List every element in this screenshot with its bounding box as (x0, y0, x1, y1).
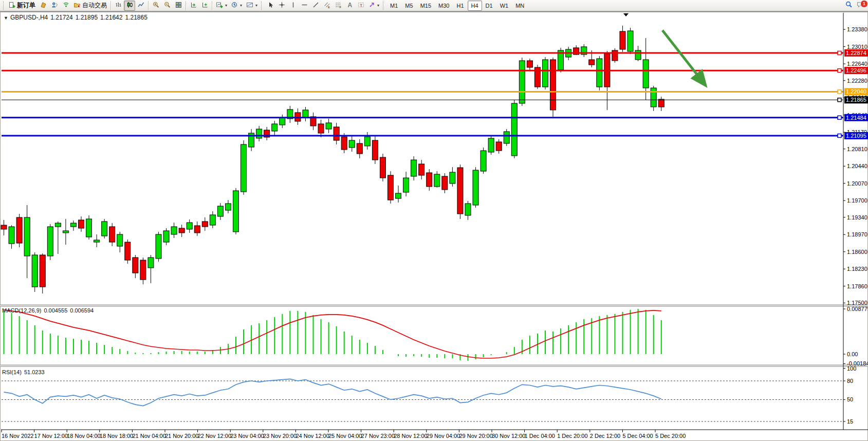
navigator-button[interactable] (49, 1, 60, 11)
candle-up (651, 88, 656, 107)
new-order-label: 新订单 (17, 1, 35, 10)
svg-text:E: E (328, 5, 330, 8)
timeframe-button-M1[interactable]: M1 (386, 1, 401, 11)
time-tick-label: 23 Nov 20:00 (263, 433, 297, 439)
search-icon (845, 1, 853, 10)
time-tick-label: 5 Dec 04:00 (622, 433, 653, 439)
new-chart-button[interactable]: ▾ (214, 1, 229, 11)
candle-down (194, 226, 200, 233)
timeframe-button-H1[interactable]: H1 (453, 1, 467, 11)
channel-tool-button[interactable]: E (321, 1, 333, 11)
candle-up (187, 223, 192, 229)
auto-scroll-button[interactable] (188, 1, 199, 11)
bar-chart-button[interactable] (113, 1, 124, 11)
candle-down (202, 222, 208, 227)
cursor-tool-button[interactable] (265, 1, 276, 11)
notifications-button[interactable]: 1 (855, 1, 866, 11)
new-order-button[interactable]: 新订单 (7, 1, 38, 11)
macd-tick-label: 0.00 (847, 351, 858, 357)
timeframe-button-M15[interactable]: M15 (417, 1, 435, 11)
zoom-out-button[interactable] (161, 1, 173, 11)
candlestick-chart-icon (126, 2, 133, 10)
candlestick-chart-button[interactable] (124, 1, 135, 11)
crosshair-tool-button[interactable] (276, 1, 287, 11)
chart-window-border (1, 12, 868, 441)
price-tick-label: 1.17500 (847, 300, 867, 306)
svg-text:A: A (347, 2, 352, 8)
rsi-line (4, 379, 661, 406)
candle-up (225, 204, 231, 210)
periods-button[interactable]: ▾ (229, 1, 244, 11)
candle-down (427, 173, 432, 187)
level-line-anchor[interactable] (838, 69, 841, 72)
time-tick-label: 21 Nov 20:00 (165, 433, 198, 439)
price-tick-label: 1.22640 (847, 61, 867, 67)
dropdown-caret: ▾ (377, 3, 379, 8)
market-watch-button[interactable] (38, 1, 49, 11)
time-tick-label: 1 Dec 20:00 (557, 433, 587, 439)
level-line-anchor[interactable] (838, 51, 841, 55)
line-chart-button[interactable] (135, 1, 146, 11)
vertical-line-tool-button[interactable] (287, 1, 299, 11)
price-tick-label: 1.20070 (847, 180, 867, 187)
zoom-in-icon (153, 2, 159, 10)
auto-trading-icon (73, 2, 81, 10)
toolbar-drag-handle[interactable] (383, 2, 385, 10)
candle-up (86, 219, 92, 237)
auto-scroll-icon (190, 2, 197, 10)
candle-up (272, 124, 278, 131)
candle-down (109, 227, 115, 242)
macd-tick-label: 0.008779 (847, 306, 868, 312)
time-tick-label: 29 Nov 20:00 (459, 433, 492, 439)
timeframe-button-MN[interactable]: MN (512, 1, 528, 11)
candle-down (550, 60, 556, 110)
signals-button[interactable] (60, 1, 71, 11)
candle-up (156, 234, 161, 259)
candle-up (511, 103, 517, 156)
level-price-label: 1.21484 (846, 115, 866, 121)
auto-trading-button[interactable]: 自动交易 (71, 1, 109, 11)
toolbar-separator (110, 1, 111, 10)
level-line-anchor[interactable] (838, 98, 841, 102)
text-tool-button[interactable]: A (344, 1, 355, 11)
search-button[interactable] (843, 1, 855, 11)
fibonacci-tool-button[interactable]: F (333, 1, 344, 11)
zoom-in-button[interactable] (150, 1, 161, 11)
tile-windows-button[interactable] (173, 1, 184, 11)
candle-down (40, 255, 45, 287)
chart-shift-marker[interactable] (623, 13, 629, 16)
templates-button[interactable]: ▾ (244, 1, 260, 11)
trend-arrow[interactable] (662, 30, 705, 85)
candle-up (543, 60, 548, 87)
line-chart-icon (138, 2, 144, 10)
navigator-icon (51, 2, 58, 10)
chart-shift-button[interactable] (199, 1, 210, 11)
toolbar-drag-handle[interactable] (3, 2, 5, 10)
timeframe-button-W1[interactable]: W1 (496, 1, 512, 11)
price-tick-label: 1.19700 (847, 197, 867, 204)
arrows-tool-button[interactable]: ▾ (366, 1, 381, 11)
timeframe-button-M5[interactable]: M5 (401, 1, 416, 11)
time-tick-label: 29 Nov 04:00 (427, 433, 460, 439)
dropdown-caret: ▾ (240, 3, 242, 8)
candle-up (241, 144, 247, 192)
trendline-tool-button[interactable] (310, 1, 321, 11)
level-line-anchor[interactable] (838, 134, 841, 137)
candle-up (32, 255, 38, 287)
timeframe-button-M30[interactable]: M30 (435, 1, 453, 11)
level-line-anchor[interactable] (838, 116, 841, 119)
time-tick-label: 30 Nov 12:00 (492, 433, 525, 439)
candle-down (133, 258, 138, 273)
candle-up (465, 204, 471, 215)
horizontal-line-tool-button[interactable] (299, 1, 310, 11)
candle-down (589, 60, 595, 65)
level-line-anchor[interactable] (838, 90, 841, 94)
template-icon (246, 2, 253, 10)
price-tick-label: 1.20440 (847, 163, 867, 169)
toolbar-drag-handle[interactable] (261, 2, 263, 10)
timeframe-button-H4[interactable]: H4 (468, 1, 482, 11)
chart-canvas[interactable]: 1.233801.230101.226401.222801.219101.215… (0, 12, 868, 441)
new-order-icon (9, 2, 15, 10)
timeframe-button-D1[interactable]: D1 (482, 1, 496, 11)
text-label-tool-button[interactable]: T (355, 1, 366, 11)
